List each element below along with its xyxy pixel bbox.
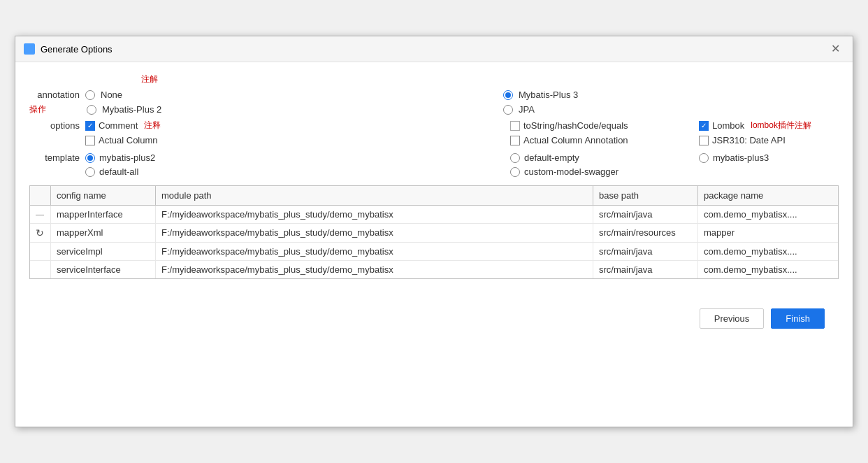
radio-tmpl-default-all-label: default-all	[99, 166, 138, 177]
table-row: serviceImpl F:/myideaworkspace/mybatis_p…	[30, 243, 838, 261]
radio-tmpl-mybatis3[interactable]	[699, 153, 709, 163]
cb-lombok-label: Lombok	[712, 120, 744, 131]
th-icon	[30, 186, 51, 205]
annotation-radio-mybatis3[interactable]: Mybatis-Plus 3	[503, 90, 643, 100]
radio-tmpl-mybatis2-label: mybatis-plus2	[99, 152, 155, 163]
radio-mybatis2-label: Mybatis-Plus 2	[102, 104, 161, 115]
cb-lombok[interactable]	[699, 121, 709, 131]
row2-icon: ↻	[30, 224, 51, 242]
cb-actual-col-ann-label: Actual Column Annotation	[523, 135, 628, 145]
checkbox-actual-col[interactable]: Actual Column	[85, 135, 211, 145]
options-row2: Actual Column Actual Column Annotation J…	[29, 135, 839, 145]
row2-config-name: mapperXml	[51, 224, 156, 242]
row4-package-name: com.demo_mybatisx....	[698, 261, 838, 278]
cb-actual-col-ann[interactable]	[510, 136, 520, 145]
row3-base-path: src/main/java	[593, 243, 698, 260]
row1-package-name: com.demo_mybatisx....	[698, 206, 838, 223]
cb-tostring[interactable]	[510, 121, 520, 131]
checkbox-comment[interactable]: Comment 注释	[85, 120, 211, 131]
annotation-radio-mybatis2[interactable]: Mybatis-Plus 2	[87, 104, 212, 115]
radio-tmpl-default-empty[interactable]	[510, 153, 520, 163]
annotation-header-row: 注解	[29, 73, 839, 85]
finish-button[interactable]: Finish	[771, 308, 825, 329]
row2-base-path: src/main/resources	[593, 224, 698, 242]
row3-module-path: F:/myideaworkspace/mybatis_plus_study/de…	[156, 243, 593, 260]
title-bar: Generate Options ✕	[15, 36, 853, 62]
radio-mybatisplus2-tmpl[interactable]: mybatis-plus2	[85, 152, 211, 163]
table-row: — mapperInterface F:/myideaworkspace/myb…	[30, 206, 838, 224]
row1-icon: —	[30, 206, 51, 223]
row1-config-name: mapperInterface	[51, 206, 156, 223]
radio-mybatis3[interactable]	[503, 90, 513, 100]
dialog-icon	[24, 43, 35, 55]
operations-red-label: 操作	[29, 104, 52, 115]
radio-mybatis2[interactable]	[87, 105, 96, 115]
radio-tmpl-mybatis3-label: mybatis-plus3	[713, 152, 769, 163]
close-button[interactable]: ✕	[827, 42, 844, 56]
radio-mybatisplus3-tmpl[interactable]: mybatis-plus3	[699, 152, 839, 163]
radio-default-all-tmpl[interactable]: default-all	[85, 166, 211, 177]
cb-actual-col[interactable]	[85, 136, 95, 145]
annotation-label: annotation	[29, 90, 85, 100]
checkbox-lombok[interactable]: Lombok lombok插件注解	[699, 120, 839, 131]
row4-module-path: F:/myideaworkspace/mybatis_plus_study/de…	[156, 261, 593, 278]
operations-row: 操作 Mybatis-Plus 2 JPA	[29, 104, 839, 115]
row4-icon	[30, 261, 51, 278]
radio-jpa[interactable]	[503, 105, 513, 115]
options-row1: options Comment 注释 toString/hashCode/equ…	[29, 120, 839, 131]
checkbox-tostring[interactable]: toString/hashCode/equals	[510, 120, 685, 131]
th-package-name: package name	[698, 186, 838, 205]
row3-package-name: com.demo_mybatisx....	[698, 243, 838, 260]
comment-red-label: 注释	[144, 120, 161, 131]
dialog-footer: Previous Finish	[29, 300, 839, 337]
radio-custom-model-tmpl[interactable]: custom-model-swagger	[510, 166, 685, 177]
radio-tmpl-custom-model[interactable]	[510, 167, 520, 177]
cb-tostring-label: toString/hashCode/equals	[523, 120, 628, 131]
refresh-icon: ↻	[36, 227, 44, 238]
annotation-row: annotation None Mybatis-Plus 3	[29, 90, 839, 100]
cb-jsr310-label: JSR310: Date API	[712, 135, 786, 145]
cb-comment-label: Comment	[99, 120, 138, 131]
radio-none[interactable]	[85, 90, 95, 100]
cb-jsr310[interactable]	[699, 136, 709, 145]
dialog-content: 注解 annotation None Mybatis-Plus 3 操作	[15, 62, 853, 348]
template-row2: default-all custom-model-swagger	[29, 166, 839, 177]
config-table: config name module path base path packag…	[29, 185, 839, 279]
row4-config-name: serviceInterface	[51, 261, 156, 278]
annotation-radio-jpa[interactable]: JPA	[503, 104, 643, 115]
checkbox-jsr310[interactable]: JSR310: Date API	[699, 135, 839, 145]
row2-package-name: mapper	[698, 224, 838, 242]
radio-default-empty-tmpl[interactable]: default-empty	[510, 152, 685, 163]
radio-tmpl-mybatis2[interactable]	[85, 153, 95, 163]
generate-options-dialog: Generate Options ✕ 注解 annotation None My…	[15, 36, 853, 427]
table-row: ↻ mapperXml F:/myideaworkspace/mybatis_p…	[30, 224, 838, 243]
cb-actual-col-label: Actual Column	[99, 135, 158, 145]
annotation-radio-none[interactable]: None	[85, 90, 211, 100]
row1-module-path: F:/myideaworkspace/mybatis_plus_study/de…	[156, 206, 593, 223]
radio-tmpl-default-empty-label: default-empty	[524, 152, 579, 163]
row4-base-path: src/main/java	[593, 261, 698, 278]
checkbox-actual-col-ann[interactable]: Actual Column Annotation	[510, 135, 685, 145]
radio-tmpl-default-all[interactable]	[85, 167, 95, 177]
template-label: template	[29, 152, 85, 163]
th-base-path: base path	[593, 186, 698, 205]
table-row: serviceInterface F:/myideaworkspace/myba…	[30, 261, 838, 278]
table-body: — mapperInterface F:/myideaworkspace/myb…	[30, 206, 838, 278]
options-label: options	[29, 120, 85, 131]
th-module-path: module path	[156, 186, 593, 205]
table-header: config name module path base path packag…	[30, 186, 838, 206]
lombok-red-label: lombok插件注解	[751, 120, 811, 131]
template-row1: template mybatis-plus2 default-empty myb…	[29, 152, 839, 163]
annotation-red-label: 注解	[141, 73, 158, 85]
previous-button[interactable]: Previous	[700, 308, 765, 329]
radio-mybatis3-label: Mybatis-Plus 3	[519, 90, 578, 100]
row3-config-name: serviceImpl	[51, 243, 156, 260]
row3-icon	[30, 243, 51, 260]
th-config-name: config name	[51, 186, 156, 205]
row2-module-path: F:/myideaworkspace/mybatis_plus_study/de…	[156, 224, 593, 242]
dialog-title: Generate Options	[41, 44, 821, 55]
radio-tmpl-custom-model-label: custom-model-swagger	[524, 166, 619, 177]
radio-jpa-label: JPA	[519, 104, 535, 115]
cb-comment[interactable]	[85, 121, 95, 131]
radio-none-label: None	[101, 90, 122, 100]
